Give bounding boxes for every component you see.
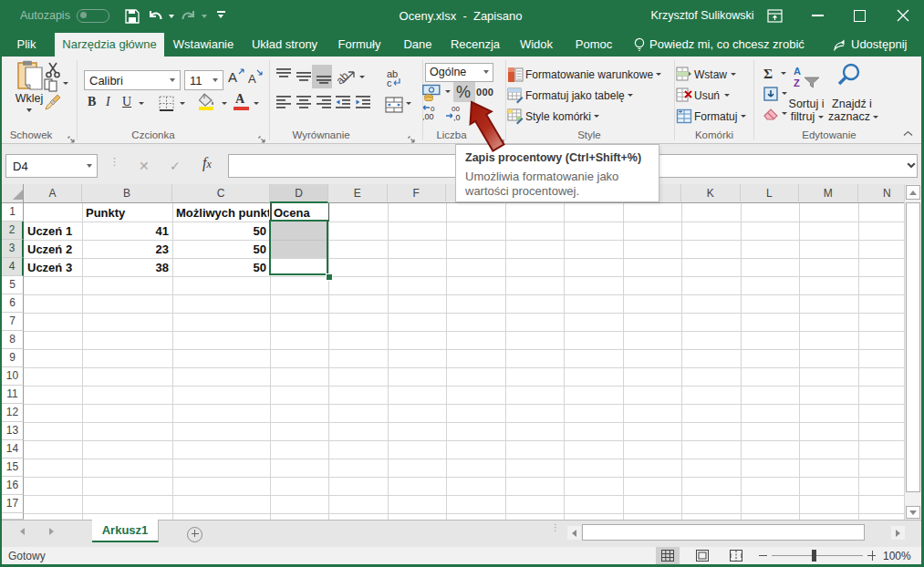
- svg-text:,00: ,00: [422, 112, 434, 121]
- svg-text:c: c: [387, 77, 392, 88]
- svg-text:Z: Z: [794, 77, 800, 88]
- svg-text:A: A: [794, 66, 801, 77]
